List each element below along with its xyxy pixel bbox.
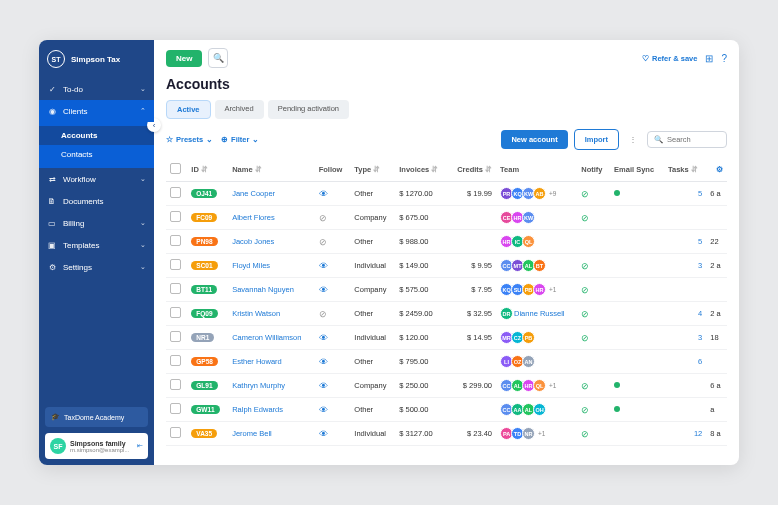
follow-toggle[interactable]: 👁 <box>319 357 328 367</box>
row-checkbox[interactable] <box>170 187 181 198</box>
table-row[interactable]: SC01 Floyd Miles 👁 Individual $ 149.00 $… <box>166 254 727 278</box>
account-name-link[interactable]: Kathryn Murphy <box>232 381 285 390</box>
col-follow[interactable]: Follow <box>315 158 351 182</box>
table-row[interactable]: FC09 Albert Flores ⊘ Company $ 675.00 CE… <box>166 206 727 230</box>
search-input[interactable] <box>667 135 722 144</box>
account-name-link[interactable]: Savannah Nguyen <box>232 285 294 294</box>
more-actions-button[interactable]: ⋮ <box>625 131 641 148</box>
table-row[interactable]: NR1 Cameron Williamson 👁 Individual $ 12… <box>166 326 727 350</box>
user-chip[interactable]: SF Simpsons family m.simpson@exampl... ⇤ <box>45 433 148 459</box>
new-account-button[interactable]: New account <box>501 130 567 149</box>
follow-toggle[interactable]: 👁 <box>319 261 328 271</box>
table-row[interactable]: GP58 Esther Howard 👁 Other $ 795.00 LIOZ… <box>166 350 727 374</box>
account-name-link[interactable]: Jane Cooper <box>232 189 275 198</box>
row-checkbox[interactable] <box>170 235 181 246</box>
row-checkbox[interactable] <box>170 259 181 270</box>
nav-billing[interactable]: ▭Billing⌄ <box>39 212 154 234</box>
nav-documents[interactable]: 🗎Documents <box>39 190 154 212</box>
col-notify[interactable]: Notify <box>577 158 610 182</box>
row-checkbox[interactable] <box>170 427 181 438</box>
account-name-link[interactable]: Floyd Miles <box>232 261 270 270</box>
tasks-cell[interactable] <box>664 374 706 398</box>
tasks-cell[interactable]: 3 <box>664 254 706 278</box>
table-row[interactable]: GW11 Ralph Edwards 👁 Other $ 500.00 CCAA… <box>166 398 727 422</box>
table-row[interactable]: PN98 Jacob Jones ⊘ Other $ 988.00 HRICQL… <box>166 230 727 254</box>
col-settings[interactable]: ⚙ <box>706 158 727 182</box>
table-row[interactable]: GL91 Kathryn Murphy 👁 Company $ 250.00 $… <box>166 374 727 398</box>
col-invoices[interactable]: Invoices⇵ <box>395 158 448 182</box>
follow-toggle[interactable]: 👁 <box>319 381 328 391</box>
account-name-link[interactable]: Kristin Watson <box>232 309 280 318</box>
row-checkbox[interactable] <box>170 307 181 318</box>
nav-settings[interactable]: ⚙Settings⌄ <box>39 256 154 278</box>
check-circle-icon: ⊘ <box>581 429 589 439</box>
row-checkbox[interactable] <box>170 355 181 366</box>
search-input-wrap[interactable]: 🔍 <box>647 131 727 148</box>
account-name-link[interactable]: Ralph Edwards <box>232 405 283 414</box>
col-team[interactable]: Team <box>496 158 577 182</box>
table-row[interactable]: VA35 Jerome Bell 👁 Individual $ 3127.00 … <box>166 422 727 446</box>
tasks-cell[interactable]: 3 <box>664 326 706 350</box>
account-name-link[interactable]: Jacob Jones <box>232 237 274 246</box>
refer-link[interactable]: ♡Refer & save <box>642 54 697 63</box>
team-more: +1 <box>549 382 556 389</box>
logout-icon[interactable]: ⇤ <box>137 442 143 450</box>
tasks-cell[interactable] <box>664 278 706 302</box>
tab-pending[interactable]: Pending activation <box>268 100 349 119</box>
nav-todo[interactable]: ✓To-do⌄ <box>39 78 154 100</box>
nav-templates[interactable]: ▣Templates⌄ <box>39 234 154 256</box>
new-button[interactable]: New <box>166 50 202 67</box>
col-credits[interactable]: Credits⇵ <box>448 158 496 182</box>
nav-contacts[interactable]: Contacts <box>39 145 154 164</box>
account-name-link[interactable]: Esther Howard <box>232 357 282 366</box>
filter-button[interactable]: ⊕Filter ⌄ <box>221 135 259 144</box>
table-row[interactable]: BT11 Savannah Nguyen 👁 Company $ 575.00 … <box>166 278 727 302</box>
follow-toggle[interactable]: 👁 <box>319 333 328 343</box>
row-checkbox[interactable] <box>170 211 181 222</box>
follow-toggle[interactable]: ⊘ <box>319 309 327 319</box>
tasks-cell[interactable]: 4 <box>664 302 706 326</box>
select-all-checkbox[interactable] <box>170 163 181 174</box>
help-icon[interactable]: ? <box>721 53 727 64</box>
follow-toggle[interactable]: 👁 <box>319 285 328 295</box>
account-name-link[interactable]: Cameron Williamson <box>232 333 301 342</box>
assignee-link[interactable]: Dianne Russell <box>514 309 564 318</box>
col-type[interactable]: Type⇵ <box>350 158 395 182</box>
follow-toggle[interactable]: 👁 <box>319 405 328 415</box>
col-id[interactable]: ID⇵ <box>187 158 228 182</box>
tasks-cell[interactable]: 5 <box>664 230 706 254</box>
id-tag: BT11 <box>191 285 217 294</box>
nav-clients[interactable]: ◉Clients⌃ <box>39 100 154 122</box>
col-tasks[interactable]: Tasks⇵ <box>664 158 706 182</box>
apps-icon[interactable]: ⊞ <box>705 53 713 64</box>
row-checkbox[interactable] <box>170 283 181 294</box>
row-checkbox[interactable] <box>170 403 181 414</box>
row-checkbox[interactable] <box>170 379 181 390</box>
tasks-cell[interactable] <box>664 398 706 422</box>
row-checkbox[interactable] <box>170 331 181 342</box>
account-name-link[interactable]: Jerome Bell <box>232 429 272 438</box>
follow-toggle[interactable]: ⊘ <box>319 237 327 247</box>
nav-workflow[interactable]: ⇄Workflow⌄ <box>39 168 154 190</box>
tasks-cell[interactable]: 6 <box>664 350 706 374</box>
col-name[interactable]: Name⇵ <box>228 158 315 182</box>
follow-toggle[interactable]: ⊘ <box>319 213 327 223</box>
taxdome-academy-link[interactable]: 🎓TaxDome Academy <box>45 407 148 427</box>
invoices-cell: $ 575.00 <box>395 278 448 302</box>
account-name-link[interactable]: Albert Flores <box>232 213 275 222</box>
nav-accounts[interactable]: Accounts <box>39 126 154 145</box>
follow-toggle[interactable]: 👁 <box>319 429 328 439</box>
tab-active[interactable]: Active <box>166 100 211 119</box>
tasks-cell[interactable]: 12 <box>664 422 706 446</box>
tab-archived[interactable]: Archived <box>215 100 264 119</box>
search-top-button[interactable]: 🔍 <box>208 48 228 68</box>
table-row[interactable]: FQ09 Kristin Watson ⊘ Other $ 2459.00 $ … <box>166 302 727 326</box>
tasks-cell[interactable] <box>664 206 706 230</box>
table-row[interactable]: OJ41 Jane Cooper 👁 Other $ 1270.00 $ 19.… <box>166 182 727 206</box>
tasks-cell[interactable]: 5 <box>664 182 706 206</box>
col-emailsync[interactable]: Email Sync <box>610 158 664 182</box>
import-button[interactable]: Import <box>574 129 619 150</box>
brand: ST Simpson Tax <box>39 40 154 78</box>
follow-toggle[interactable]: 👁 <box>319 189 328 199</box>
presets-button[interactable]: ☆Presets ⌄ <box>166 135 213 144</box>
